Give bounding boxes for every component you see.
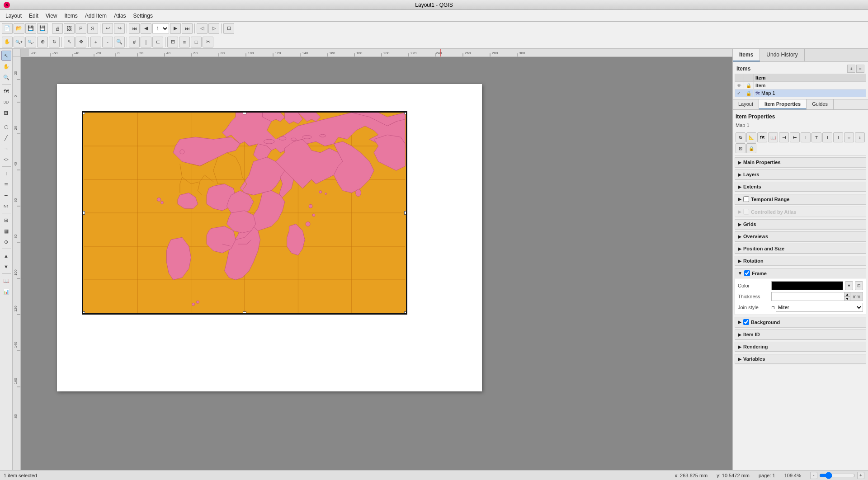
resize-ml[interactable] xyxy=(82,211,85,215)
menu-items[interactable]: Items xyxy=(61,11,81,20)
resize-tc[interactable] xyxy=(243,111,246,114)
page-select[interactable]: 1 xyxy=(152,24,169,33)
layers-header[interactable]: ▶ Layers xyxy=(735,170,866,179)
raise-tool[interactable]: ▲ xyxy=(1,251,11,261)
align-center-btn[interactable]: ⊢ xyxy=(790,132,800,142)
add-polyline-tool[interactable]: ╱ xyxy=(1,133,11,143)
report-tool[interactable]: 📊 xyxy=(1,287,11,296)
open-button[interactable]: 📂 xyxy=(14,23,24,34)
align-right-btn[interactable]: ⊥ xyxy=(801,132,811,142)
zoom-in-status[interactable]: + xyxy=(857,472,864,479)
bg-check[interactable] xyxy=(743,319,749,325)
pan-tool-left[interactable]: ✋ xyxy=(1,61,11,71)
frame-color-options[interactable]: ▼ xyxy=(845,281,853,290)
add-arrow-tool[interactable]: → xyxy=(1,144,11,154)
zoom-out-tool[interactable]: 🔍- xyxy=(25,37,36,47)
show-guides-toggle[interactable]: ≡ xyxy=(179,37,190,47)
snap-guide-toggle[interactable]: | xyxy=(141,37,151,47)
frame-color-swatch[interactable] xyxy=(771,281,843,290)
tab-item-properties[interactable]: Item Properties xyxy=(759,99,807,109)
table-row[interactable]: ✓ 🔒 🗺 Map 1 xyxy=(735,89,866,97)
select-tool[interactable]: ↖ xyxy=(64,37,75,47)
position-size-header[interactable]: ▶ Position and Size xyxy=(735,244,866,254)
resize-width-btn[interactable]: ↔ xyxy=(844,132,854,142)
rendering-header[interactable]: ▶ Rendering xyxy=(735,342,866,352)
resize-bl[interactable] xyxy=(82,311,85,315)
thickness-up[interactable]: ▲ xyxy=(844,292,850,296)
show-grid-toggle[interactable]: ⊟ xyxy=(167,37,178,47)
refresh-tool[interactable]: ↻ xyxy=(49,37,60,47)
align-middle-btn[interactable]: ⊥ xyxy=(822,132,832,142)
add-scalebar-tool[interactable]: ━ xyxy=(1,190,11,200)
resize-br[interactable] xyxy=(404,311,407,315)
zoom-out-status[interactable]: - xyxy=(810,472,817,479)
visible-cell[interactable]: ✓ xyxy=(735,89,744,97)
align-bottom-btn[interactable]: ⊥ xyxy=(833,132,843,142)
show-bounds-toggle[interactable]: □ xyxy=(191,37,202,47)
canvas-scroll[interactable] xyxy=(21,57,732,470)
nav-prev-button[interactable]: ◁ xyxy=(197,23,208,34)
zoom-layout-in[interactable]: + xyxy=(90,37,101,47)
zoom-select[interactable]: 🔍 xyxy=(114,37,125,47)
select-tool-left[interactable]: ↖ xyxy=(1,51,11,61)
extents-header[interactable]: ▶ Extents xyxy=(735,182,866,192)
snap-grid-toggle[interactable]: # xyxy=(129,37,140,47)
add-label-tool[interactable]: T xyxy=(1,169,11,179)
store-extent-btn[interactable]: 📐 xyxy=(746,132,756,142)
zoom-in-tool[interactable]: 🔍+ xyxy=(14,37,24,47)
lock-cell[interactable]: 🔒 xyxy=(744,89,754,97)
tab-layout[interactable]: Layout xyxy=(733,99,759,109)
pan-tool[interactable]: ✋ xyxy=(2,37,13,47)
atlas-first-button[interactable]: ⏮ xyxy=(129,23,140,34)
add-marker-tool[interactable]: ⊕ xyxy=(1,237,11,247)
menu-settings[interactable]: Settings xyxy=(130,11,156,20)
move-to-atlas-btn[interactable]: 📖 xyxy=(768,132,778,142)
variables-header[interactable]: ▶ Variables xyxy=(735,354,866,364)
menu-add-item[interactable]: Add Item xyxy=(81,11,110,20)
zoom-layout-out[interactable]: - xyxy=(102,37,113,47)
add-fixed-table-tool[interactable]: ▦ xyxy=(1,226,11,236)
update-preview-btn[interactable]: ↻ xyxy=(736,132,745,142)
export-pdf-button[interactable]: P xyxy=(75,23,86,34)
undo-button[interactable]: ↩ xyxy=(102,23,113,34)
new-button[interactable]: 📄 xyxy=(2,23,13,34)
resize-height-btn[interactable]: ↕ xyxy=(855,132,865,142)
resize-mr[interactable] xyxy=(404,211,407,215)
move-content-tool[interactable]: ✥ xyxy=(75,37,86,47)
map-item[interactable] xyxy=(82,111,407,315)
grids-header[interactable]: ▶ Grids xyxy=(735,220,866,229)
save-button[interactable]: 💾 xyxy=(25,23,36,34)
set-to-map-canvas-btn[interactable]: 🗺 xyxy=(757,132,767,142)
atlas-prev-button[interactable]: ◀ xyxy=(141,23,151,34)
add-north-tool[interactable]: N↑ xyxy=(1,201,11,211)
frame-check[interactable] xyxy=(744,270,750,276)
lock-position-btn[interactable]: 🔒 xyxy=(746,143,756,153)
atlas-next-button[interactable]: ▶ xyxy=(170,23,181,34)
menu-view[interactable]: View xyxy=(42,11,61,20)
frame-header[interactable]: ▼ Frame xyxy=(735,268,866,278)
items-options-btn[interactable]: ≡ xyxy=(856,65,864,73)
tab-items[interactable]: Items xyxy=(733,49,760,61)
frame-color-copy[interactable]: ⊡ xyxy=(855,281,863,290)
zoom-tool-left[interactable]: 🔍 xyxy=(1,72,11,82)
rotation-header[interactable]: ▶ Rotation xyxy=(735,256,866,266)
nav-next-button[interactable]: ▷ xyxy=(208,23,219,34)
resize-tl[interactable] xyxy=(82,111,85,114)
snap-items-toggle[interactable]: ⊏ xyxy=(152,37,163,47)
add-table-tool[interactable]: ⊞ xyxy=(1,215,11,225)
show-clip-toggle[interactable]: ✂ xyxy=(203,37,213,47)
temporal-range-header[interactable]: ▶ Temporal Range xyxy=(735,194,866,204)
tab-guides[interactable]: Guides xyxy=(807,99,834,109)
close-button[interactable]: × xyxy=(4,2,10,8)
overviews-header[interactable]: ▶ Overviews xyxy=(735,232,866,241)
thickness-input[interactable]: 1.70 xyxy=(771,292,844,301)
zoom-fit-button[interactable]: ⊡ xyxy=(223,23,234,34)
temporal-range-check[interactable] xyxy=(743,196,749,202)
menu-edit[interactable]: Edit xyxy=(25,11,42,20)
zoom-slider[interactable] xyxy=(819,472,855,479)
background-header[interactable]: ▶ Background xyxy=(735,317,866,327)
thickness-down[interactable]: ▼ xyxy=(844,296,850,301)
add-html-tool[interactable]: <> xyxy=(1,155,11,165)
add-map-tool[interactable]: 🗺 xyxy=(1,86,11,96)
main-properties-header[interactable]: ▶ Main Properties xyxy=(735,158,866,167)
